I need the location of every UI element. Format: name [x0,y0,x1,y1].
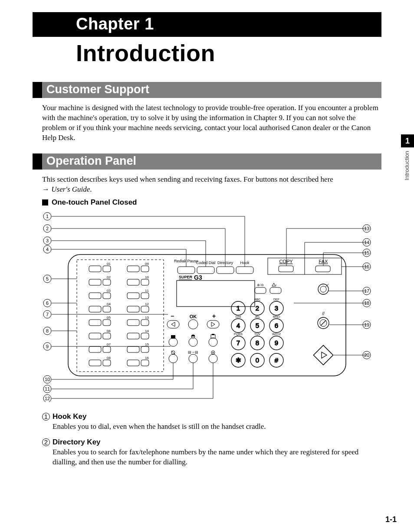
svg-point-68 [169,354,177,363]
svg-text:9: 9 [46,344,49,349]
g3-label: G3 [194,274,202,281]
page-number: 1-1 [385,515,397,524]
minus-label: − [171,313,174,320]
svg-text:1: 1 [46,214,49,219]
side-tab: 1 Introduction [401,134,414,191]
slash-label: // [322,311,325,316]
svg-rect-4 [103,266,111,272]
svg-point-65 [169,338,177,346]
svg-rect-16 [103,293,111,299]
svg-text:11: 11 [45,386,50,392]
svg-rect-42 [127,346,139,352]
svg-point-69 [189,354,197,363]
svg-text:05: 05 [107,316,111,320]
callout-number-icon: 1 [42,413,50,421]
svg-text:13: 13 [145,316,149,320]
svg-text:11: 11 [145,289,149,293]
svg-rect-58 [279,266,293,272]
ok-label: OK [190,314,197,319]
svg-text:04: 04 [107,302,111,306]
chapter-title: Introduction [76,39,381,66]
chapter-bar: Chapter 1 [33,12,381,37]
svg-text:JKL: JKL [255,315,260,318]
section-tab [33,82,42,98]
svg-point-66 [189,338,197,346]
svg-rect-45 [89,360,101,366]
svg-point-67 [209,338,217,346]
page: Chapter 1 Introduction Customer Support … [0,0,414,532]
svg-text:3: 3 [46,238,49,243]
key-title: Directory Key [53,438,101,447]
svg-marker-64 [211,322,215,326]
chapter-tab-left [33,12,67,37]
section-customer-support-heading: Customer Support [33,82,381,98]
svg-text:0: 0 [256,356,259,364]
key-item-1: 1 Hook Key Enables you to dial, even whe… [42,412,381,432]
svg-rect-62 [207,320,219,328]
svg-text:12: 12 [45,396,50,401]
chapter-label: Chapter 1 [67,12,381,37]
svg-rect-1 [77,260,164,372]
svg-text:2: 2 [256,304,259,312]
svg-text:MNO: MNO [273,315,280,318]
svg-rect-24 [127,306,139,312]
svg-rect-6 [127,266,139,272]
svg-rect-52 [197,267,214,274]
svg-point-61 [188,320,198,329]
svg-text:GHI: GHI [236,315,241,318]
side-tab-label: Introduction [404,151,410,180]
svg-text:1: 1 [237,304,240,312]
svg-rect-71 [171,335,175,339]
copy-label: COPY [279,259,293,264]
svg-rect-59 [315,266,330,272]
svg-rect-49 [141,360,149,366]
svg-rect-81 [270,287,281,294]
svg-rect-28 [103,320,111,326]
svg-marker-124 [322,352,327,358]
svg-text:ABC: ABC [254,298,260,301]
section-heading: Operation Panel [42,153,381,170]
svg-rect-80 [255,287,266,294]
subheading: One-touch Panel Closed [52,198,137,207]
svg-rect-54 [236,267,253,274]
svg-rect-40 [103,346,111,352]
svg-text:16: 16 [145,356,149,360]
svg-text:✱: ✱ [236,356,241,364]
svg-text:#: # [275,356,279,364]
svg-text:3: 3 [275,304,278,312]
customer-support-body: Your machine is designed with the latest… [42,103,381,143]
svg-rect-39 [89,346,101,352]
svg-point-70 [209,354,217,363]
svg-marker-63 [171,322,175,326]
svg-line-122 [321,320,326,326]
svg-rect-22 [103,306,111,312]
period: . [90,185,92,193]
svg-point-118 [320,286,326,292]
svg-rect-7 [141,266,149,272]
svg-text:12: 12 [145,302,149,306]
svg-rect-37 [141,333,149,339]
key-desc: Enables you to dial, even when the hands… [53,422,381,432]
operation-panel-diagram: 01090210031104120513061407150816 Redial/… [42,211,372,402]
callout-number-icon: 2 [42,438,50,446]
svg-rect-46 [103,360,111,366]
svg-text:DEF: DEF [273,298,279,301]
svg-text:06: 06 [107,329,111,333]
svg-rect-12 [127,279,139,285]
svg-text:▤→▤: ▤→▤ [188,350,198,354]
svg-text:8: 8 [46,328,49,333]
svg-text:!: ! [276,284,276,287]
svg-text:6: 6 [46,300,49,306]
svg-text:2: 2 [46,226,49,231]
svg-text:01: 01 [107,262,111,266]
svg-text:6: 6 [275,322,278,329]
svg-rect-15 [89,293,101,299]
svg-text:7: 7 [237,339,240,346]
svg-text:4: 4 [46,247,49,252]
svg-text:9: 9 [275,339,278,346]
plus-label: + [212,313,216,320]
svg-text:⊕/⊖: ⊕/⊖ [257,283,264,287]
svg-rect-51 [177,267,195,274]
svg-text:09: 09 [145,262,149,266]
users-guide-ref: User's Guide [51,185,90,193]
